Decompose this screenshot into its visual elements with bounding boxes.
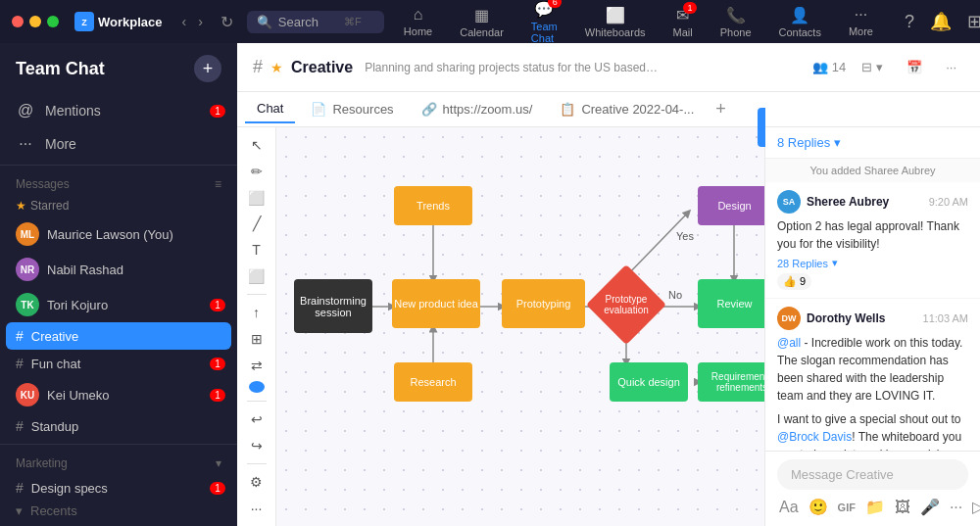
starred-section[interactable]: ★ Starred: [0, 195, 237, 216]
forward-arrow[interactable]: ›: [194, 12, 207, 31]
file-icon[interactable]: 📁: [863, 496, 887, 518]
marketing-collapse-icon[interactable]: ▾: [216, 456, 221, 470]
color-picker[interactable]: [249, 381, 265, 393]
back-arrow[interactable]: ‹: [178, 12, 191, 31]
more-msg-icon[interactable]: ···: [948, 497, 964, 518]
content-area: # ★ Creative Planning and sharing projec…: [237, 43, 980, 526]
tab-link[interactable]: 🔗 https://zoom.us/: [410, 96, 545, 122]
mention-icon: @: [16, 102, 35, 120]
node-research[interactable]: Research: [394, 362, 472, 402]
more-wb-tool[interactable]: ···: [243, 498, 270, 518]
tab-whiteboards-label: Whiteboards: [585, 26, 646, 38]
upload-tool[interactable]: ↑: [243, 303, 270, 323]
sticky-tool[interactable]: ⬜: [243, 265, 270, 286]
emoji-icon[interactable]: 🙂: [807, 496, 830, 518]
sidebar-item-mentions[interactable]: @ Mentions 1: [0, 94, 237, 127]
sidebar-item-designspecs[interactable]: # Design specs 1: [0, 474, 237, 496]
link-icon: 🔗: [421, 102, 437, 117]
sidebar-item-funchat[interactable]: # Fun chat 1: [0, 350, 237, 377]
format-icon[interactable]: Aa: [777, 497, 801, 518]
node-prototyping[interactable]: Prototyping: [502, 279, 585, 328]
message-input[interactable]: Message Creative: [777, 459, 968, 490]
add-tab-button[interactable]: +: [710, 97, 732, 121]
tori-badge: 1: [210, 299, 225, 311]
undo-tool[interactable]: ↩: [243, 408, 270, 429]
tab-chat[interactable]: Chat: [245, 95, 295, 123]
transform-tool[interactable]: ⇄: [243, 355, 270, 375]
tab-more[interactable]: ··· More: [837, 2, 885, 41]
recents-section[interactable]: ▾ Recents: [0, 496, 237, 526]
zoom-icon: Z: [74, 12, 94, 31]
svg-text:Yes: Yes: [676, 230, 694, 242]
chat-panel: 8 Replies ▾ You added Sharee Aubrey SA S…: [764, 127, 980, 526]
grid-tool[interactable]: ⊞: [243, 329, 270, 350]
channel-hash-fun: #: [16, 356, 24, 371]
add-chat-button[interactable]: +: [194, 55, 221, 82]
audio-icon[interactable]: 🎤: [918, 496, 942, 518]
tab-creative-doc[interactable]: 📋 Creative 2022-04-...: [548, 96, 706, 122]
gif-icon[interactable]: GIF: [836, 500, 858, 515]
node-review[interactable]: Review: [698, 279, 764, 328]
layout-icon[interactable]: ⊞: [963, 7, 980, 36]
sidebar-header: Team Chat +: [0, 43, 237, 94]
mention-all: @all: [777, 336, 801, 350]
send-icon[interactable]: ▷: [970, 496, 980, 518]
node-new-product[interactable]: New product idea: [392, 279, 480, 328]
funchat-badge: 1: [210, 358, 225, 370]
tab-phone[interactable]: 📞 Phone: [709, 2, 763, 42]
sidebar-item-creative[interactable]: # Creative: [6, 322, 231, 350]
view-toggle-btn[interactable]: ⊟ ▾: [854, 56, 891, 78]
tab-whiteboards[interactable]: ⬜ Whiteboards: [573, 2, 658, 42]
text-tool[interactable]: T: [243, 240, 270, 261]
avatar-msg2: DW: [777, 307, 801, 330]
mentions-badge: 1: [210, 105, 225, 118]
redo-tool[interactable]: ↪: [243, 435, 270, 455]
select-tool[interactable]: ↖: [243, 135, 270, 156]
calendar-header-btn[interactable]: 📅: [899, 56, 930, 78]
filter-icon[interactable]: ≡: [215, 177, 221, 191]
tab-teamchat-label: Team Chat: [531, 21, 558, 44]
search-bar[interactable]: 🔍 Search ⌘F: [247, 11, 384, 33]
close-button[interactable]: [12, 16, 24, 27]
settings-wb-tool[interactable]: ⚙: [243, 472, 270, 493]
tab-calendar[interactable]: ▦ Calendar: [448, 2, 515, 42]
tab-contacts[interactable]: 👤 Contacts: [767, 2, 833, 42]
shape-tool[interactable]: ⬜: [243, 187, 270, 208]
node-quick-design[interactable]: Quick design: [610, 362, 688, 402]
node-brainstorm[interactable]: Brainstorming session: [294, 279, 372, 333]
minimize-button[interactable]: [29, 16, 41, 27]
sidebar-item-maurice[interactable]: ML Maurice Lawson (You): [0, 216, 237, 252]
more-header-btn[interactable]: ···: [938, 56, 964, 78]
sidebar-item-more[interactable]: ··· More: [0, 127, 237, 161]
replies-header-1[interactable]: 8 Replies ▾: [765, 127, 980, 159]
node-trends[interactable]: Trends: [394, 186, 472, 225]
help-icon[interactable]: ?: [901, 8, 918, 36]
sidebar-item-standup[interactable]: # Standup: [0, 412, 237, 440]
sidebar-item-nabil[interactable]: NR Nabil Rashad: [0, 252, 237, 287]
whiteboard-canvas[interactable]: Yes No Brainstorming session New product…: [276, 127, 764, 526]
sidebar-item-tori[interactable]: TK Tori Kojuro 1: [0, 287, 237, 322]
image-icon[interactable]: 🖼: [893, 497, 912, 518]
tab-resources[interactable]: 📄 Resources: [299, 96, 405, 122]
whiteboard-area: ↖ ✏ ⬜ ╱ T ⬜ ↑ ⊞ ⇄ ↩ ↪ ⚙ ···: [237, 127, 764, 526]
history-button[interactable]: ↻: [215, 11, 239, 33]
reply-btn-1[interactable]: 28 Replies ▾: [777, 257, 968, 269]
node-design[interactable]: Design: [698, 186, 764, 225]
tab-home[interactable]: ⌂ Home: [392, 2, 444, 41]
pencil-tool[interactable]: ✏: [243, 162, 270, 182]
member-count[interactable]: 👥 14: [812, 60, 846, 74]
tab-mail[interactable]: ✉1 Mail: [662, 2, 705, 42]
node-requirements[interactable]: Requirements refinements: [698, 362, 764, 402]
msg2-text1: @all - Incredible work on this today. Th…: [777, 334, 968, 405]
maximize-button[interactable]: [47, 16, 59, 27]
sidebar-item-kei[interactable]: KU Kei Umeko 1: [0, 377, 237, 412]
tab-creative-label: Creative 2022-04-...: [581, 102, 694, 117]
tab-teamchat[interactable]: 💬6 Team Chat: [519, 0, 569, 48]
node-proto-eval[interactable]: Prototype evaluation: [586, 264, 666, 345]
more-label: More: [45, 136, 76, 152]
reaction-thumbsup[interactable]: 👍 9: [777, 273, 811, 290]
chat-icon: 💬6: [534, 0, 554, 19]
bell-icon[interactable]: 🔔: [926, 7, 956, 36]
panel-tab[interactable]: [764, 127, 765, 147]
line-tool[interactable]: ╱: [243, 214, 270, 234]
